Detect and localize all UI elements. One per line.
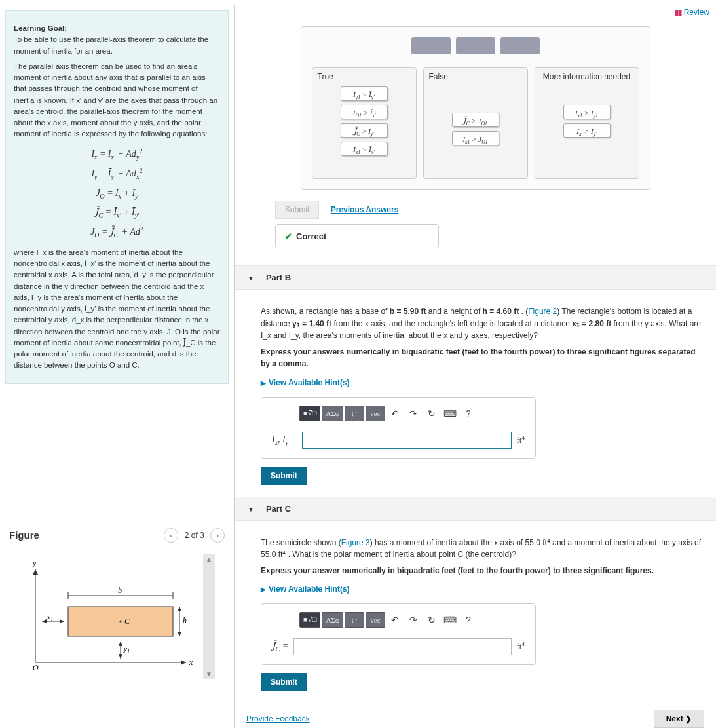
bin-title: False [429, 72, 522, 81]
svg-text:x: x [189, 658, 193, 667]
part-c-instructions: Express your answer numerically in biqua… [261, 565, 703, 577]
goal-para2: where I_x is the area's moment of inerti… [14, 247, 220, 372]
figure-image: x y O C b h [5, 554, 203, 679]
expand-icon: ▶ [261, 586, 266, 593]
submit-button-disabled: Submit [275, 201, 319, 219]
submit-button-b[interactable]: Submit [261, 467, 307, 485]
goal-para1: The parallel-axis theorem can be used to… [14, 61, 220, 140]
undo-icon[interactable]: ↶ [386, 612, 404, 628]
provide-feedback-link[interactable]: Provide Feedback [246, 714, 310, 723]
figure-next-button[interactable]: › [210, 528, 225, 543]
reset-icon[interactable]: ↻ [423, 406, 440, 421]
scroll-up-icon[interactable]: ▲ [206, 556, 212, 563]
goal-heading: Learning Goal: [14, 24, 67, 32]
answer-label-b: Ix, Iy = [272, 432, 297, 448]
vector-button[interactable]: vec [366, 612, 385, 628]
previous-answers-link[interactable]: Previous Answers [331, 205, 399, 214]
unsorted-chip[interactable] [411, 37, 451, 54]
answer-box-c: ■√̅□ ΑΣφ ↓↑ vec ↶ ↷ ↻ ⌨ ? J̄C = ft4 [261, 603, 536, 665]
part-b-text: As shown, a rectangle has a base of b = … [261, 305, 703, 342]
chip[interactable]: JO1 > Īx′ [341, 105, 388, 119]
collapse-icon: ▼ [248, 275, 254, 282]
greek-button[interactable]: ΑΣφ [322, 612, 343, 628]
sorting-activity: True Iy1 > Īy′ JO1 > Īx′ J̄C > Īy′ Ix1 >… [301, 26, 650, 190]
bin-false[interactable]: False J̄C > JO1 Ix1 > JO1 [423, 67, 528, 179]
part-c-text: The semicircle shown (Figure 3) has a mo… [261, 537, 703, 561]
help-icon[interactable]: ? [460, 406, 477, 421]
svg-marker-19 [42, 619, 47, 623]
chip[interactable]: Ix1 > JO1 [452, 131, 499, 145]
unsorted-chip[interactable] [500, 37, 540, 54]
answer-input-c[interactable] [293, 638, 511, 655]
svg-marker-16 [178, 632, 181, 636]
expand-icon: ▶ [261, 379, 266, 387]
chip[interactable]: Īx′ > Īy′ [563, 123, 611, 138]
chip[interactable]: Ix1 > Īx′ [341, 142, 388, 156]
answer-box-b: ■√̅□ ΑΣφ ↓↑ vec ↶ ↷ ↻ ⌨ ? Ix, Iy = ft4 [261, 397, 536, 459]
goal-intro: To be able to use the parallel-axis theo… [14, 35, 208, 54]
answer-label-c: J̄C = [272, 639, 288, 654]
part-b-header[interactable]: ▼Part B [235, 265, 716, 290]
figure-prev-button[interactable]: ‹ [164, 528, 178, 543]
svg-text:b: b [118, 586, 122, 595]
view-hints-b[interactable]: ▶View Available Hint(s) [261, 377, 703, 389]
svg-text:C: C [124, 617, 130, 626]
chip[interactable]: J̄C > Īy′ [341, 123, 388, 138]
help-icon[interactable]: ? [460, 612, 477, 628]
figure-2-link[interactable]: Figure 2 [528, 307, 557, 316]
undo-icon[interactable]: ↶ [386, 406, 404, 421]
subscript-button[interactable]: ↓↑ [345, 612, 364, 628]
svg-text:y: y [32, 558, 37, 567]
answer-input-b[interactable] [302, 432, 511, 449]
chip[interactable]: Ix1 > Iy1 [563, 105, 611, 119]
svg-point-8 [119, 620, 121, 622]
keyboard-icon[interactable]: ⌨ [442, 406, 459, 421]
unit-c: ft4 [517, 640, 525, 653]
redo-icon[interactable]: ↷ [405, 612, 422, 628]
figure-scrollbar[interactable]: ▲ ▼ [203, 554, 215, 679]
svg-marker-4 [33, 569, 38, 575]
unsorted-chip[interactable] [456, 37, 495, 54]
template-button[interactable]: ■√̅□ [299, 612, 320, 628]
subscript-button[interactable]: ↓↑ [345, 406, 364, 421]
template-button[interactable]: ■√̅□ [299, 406, 320, 421]
svg-text:y1: y1 [123, 645, 130, 655]
greek-button[interactable]: ΑΣφ [322, 406, 343, 421]
collapse-icon: ▼ [248, 506, 254, 513]
svg-text:O: O [33, 663, 39, 672]
svg-text:h: h [183, 616, 187, 625]
svg-marker-24 [119, 654, 122, 659]
part-c-header[interactable]: ▼Part C [235, 497, 716, 521]
bin-true[interactable]: True Iy1 > Īy′ JO1 > Īx′ J̄C > Īy′ Ix1 >… [312, 67, 417, 179]
submit-button-c[interactable]: Submit [261, 673, 307, 691]
view-hints-c[interactable]: ▶View Available Hint(s) [261, 583, 703, 596]
learning-goal-box: Learning Goal: To be able to use the par… [5, 10, 229, 384]
bin-more-info[interactable]: More information needed Ix1 > Iy1 Īx′ > … [535, 67, 639, 179]
formulas: Ix = Īx′ + Ady2 Iy = Īy′ + Adx2 JO = Ix … [14, 147, 220, 240]
svg-marker-20 [60, 619, 64, 623]
next-button[interactable]: Next ❯ [654, 710, 704, 728]
svg-marker-15 [178, 607, 181, 611]
figure-3-link[interactable]: Figure 3 [341, 538, 370, 547]
bin-title: True [318, 72, 411, 81]
keyboard-icon[interactable]: ⌨ [442, 612, 459, 628]
review-icon: ▮▮ [675, 8, 681, 17]
feedback-correct: ✔Correct [275, 224, 439, 248]
vector-button[interactable]: vec [366, 406, 385, 421]
redo-icon[interactable]: ↷ [405, 406, 422, 421]
figure-pager: 2 of 3 [185, 531, 204, 540]
chip[interactable]: J̄C > JO1 [452, 113, 499, 127]
check-icon: ✔ [285, 231, 292, 241]
review-link[interactable]: ▮▮ Review [675, 8, 709, 17]
svg-marker-23 [119, 642, 122, 646]
reset-icon[interactable]: ↻ [423, 612, 440, 628]
scroll-down-icon[interactable]: ▼ [206, 670, 212, 678]
figure-title: Figure [9, 529, 39, 541]
bin-title: More information needed [540, 72, 633, 81]
svg-marker-1 [181, 660, 186, 665]
part-b-instructions: Express your answers numerically in biqu… [261, 346, 703, 370]
chip[interactable]: Iy1 > Īy′ [341, 86, 388, 101]
unit-b: ft4 [517, 433, 525, 447]
